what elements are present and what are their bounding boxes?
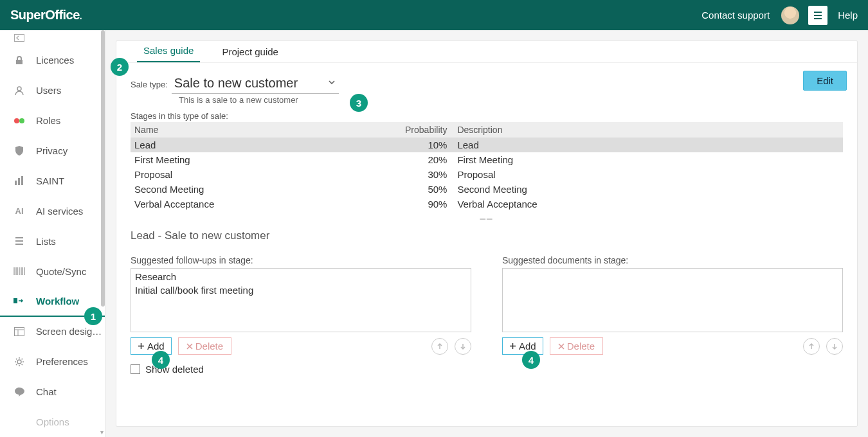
sidebar-item-users[interactable]: Users	[0, 75, 105, 105]
sidebar-item-options[interactable]: Options	[0, 407, 105, 437]
step-badge-2: 2	[111, 58, 129, 76]
card: Sales guide Project guide Edit Sale type…	[116, 40, 858, 427]
ai-icon: AI	[12, 206, 27, 216]
logo: SuperOffice.	[10, 8, 82, 22]
step-badge-3: 3	[350, 94, 368, 112]
cell-desc: Verbal Acceptance	[453, 197, 843, 211]
sale-type-row: Sale type: Sale to new customer	[131, 75, 843, 94]
move-down-button[interactable]	[455, 338, 471, 355]
move-up-button[interactable]	[803, 338, 820, 355]
edit-button[interactable]: Edit	[803, 71, 847, 91]
chat-icon	[12, 387, 27, 397]
th-desc[interactable]: Description	[453, 122, 843, 138]
arrow-down-icon	[459, 343, 467, 350]
step-badge-4b: 4	[522, 351, 540, 369]
documents-listbox[interactable]	[502, 268, 843, 332]
sidebar-scrollbar[interactable]: ▾	[100, 30, 105, 437]
svg-rect-5	[18, 178, 20, 185]
sidebar-item-ai[interactable]: AI AI services	[0, 196, 105, 226]
step-badge-4a: 4	[152, 351, 170, 369]
documents-delete-button[interactable]: Delete	[550, 337, 603, 355]
svg-rect-7	[14, 298, 17, 303]
logo-text: SuperOffice	[10, 8, 80, 22]
sidebar-item-label: Chat	[36, 386, 57, 397]
plus-icon	[138, 343, 145, 350]
main: Sales guide Project guide Edit Sale type…	[105, 30, 868, 437]
table-row[interactable]: Proposal 30% Proposal	[131, 167, 843, 182]
followups-listbox[interactable]: Research Initial call/book first meeting	[131, 268, 471, 332]
topbar: SuperOffice. Contact support Help	[0, 0, 868, 30]
plus-icon	[509, 343, 516, 350]
cell-prob: 10%	[401, 138, 453, 152]
followups-buttons: Add Delete	[131, 337, 471, 355]
sidebar-item-chat[interactable]: Chat	[0, 377, 105, 407]
followups-col: Suggested follow-ups in stage: Research …	[131, 255, 471, 375]
sidebar-item-privacy[interactable]: Privacy	[0, 136, 105, 166]
arrow-down-icon	[831, 343, 838, 350]
menu-button[interactable]	[808, 6, 827, 25]
list-item[interactable]: Initial call/book first meeting	[134, 283, 468, 297]
tab-project-guide[interactable]: Project guide	[215, 41, 285, 62]
stages-label: Stages in this type of sale:	[131, 111, 843, 121]
cell-desc: Proposal	[453, 167, 843, 182]
avatar[interactable]	[781, 6, 799, 24]
collapse-icon	[14, 34, 24, 42]
sidebar-item-roles[interactable]: Roles	[0, 105, 105, 136]
cell-prob: 20%	[401, 152, 453, 167]
table-row[interactable]: Second Meeting 50% Second Meeting	[131, 182, 843, 197]
svg-rect-4	[15, 181, 17, 185]
step-badge-1: 1	[84, 307, 102, 325]
documents-col: Suggested documents in stage: Add Delete	[502, 255, 843, 375]
move-down-button[interactable]	[826, 338, 843, 355]
documents-add-button[interactable]: Add	[502, 337, 543, 355]
cell-name: First Meeting	[131, 152, 401, 167]
x-icon	[186, 343, 193, 350]
sidebar-item-label: Preferences	[36, 356, 88, 367]
sale-type-desc: This is a sale to a new customer	[179, 95, 843, 105]
scrollbar-thumb[interactable]	[101, 30, 105, 307]
sidebar: Licences Users Roles Privacy SAINT	[0, 30, 105, 437]
move-up-button[interactable]	[431, 338, 448, 355]
x-icon	[558, 343, 565, 350]
tabs: Sales guide Project guide	[116, 41, 857, 63]
sidebar-item-lists[interactable]: Lists	[0, 226, 105, 256]
sidebar-item-quote[interactable]: Quote/Sync	[0, 256, 105, 287]
sale-type-label: Sale type:	[131, 80, 168, 89]
sidebar-item-licences[interactable]: Licences	[0, 45, 105, 75]
contact-support-link[interactable]: Contact support	[701, 10, 770, 21]
bars-icon	[12, 176, 27, 185]
table-row[interactable]: Verbal Acceptance 90% Verbal Acceptance	[131, 197, 843, 211]
logo-dot: .	[80, 11, 82, 21]
sidebar-item-saint[interactable]: SAINT	[0, 166, 105, 196]
followups-delete-button[interactable]: Delete	[178, 337, 231, 355]
show-deleted-checkbox[interactable]: Show deleted	[131, 364, 471, 375]
svg-point-3	[19, 118, 24, 123]
tab-sales-guide[interactable]: Sales guide	[137, 40, 200, 62]
delete-label: Delete	[567, 341, 595, 352]
stages-table: Name Probability Description Lead 10% Le…	[131, 122, 843, 211]
scroll-down-icon[interactable]: ▾	[100, 429, 104, 436]
sidebar-item-label: Licences	[36, 55, 74, 66]
th-prob[interactable]: Probability	[401, 122, 453, 138]
table-row[interactable]: First Meeting 20% First Meeting	[131, 152, 843, 167]
help-link[interactable]: Help	[838, 10, 858, 21]
cell-desc: Lead	[453, 138, 843, 152]
sidebar-item-label: Users	[36, 85, 61, 96]
sidebar-item-label: Workflow	[36, 296, 79, 307]
sidebar-item-preferences[interactable]: Preferences	[0, 346, 105, 377]
svg-rect-8	[14, 327, 24, 335]
table-row[interactable]: Lead 10% Lead	[131, 138, 843, 152]
content: Edit Sale type: Sale to new customer Thi…	[116, 63, 857, 381]
sale-type-select[interactable]: Sale to new customer	[172, 75, 339, 94]
sidebar-item-label: Screen design...	[36, 326, 105, 337]
th-name[interactable]: Name	[131, 122, 401, 138]
cell-name: Proposal	[131, 167, 401, 182]
cell-name: Second Meeting	[131, 182, 401, 197]
add-label: Add	[519, 341, 536, 352]
resize-handle[interactable]: ══	[131, 214, 843, 223]
user-icon	[12, 85, 27, 96]
sidebar-collapse[interactable]	[0, 30, 105, 45]
list-item[interactable]: Research	[134, 270, 468, 283]
svg-rect-6	[21, 176, 23, 185]
gear-icon	[12, 357, 27, 367]
